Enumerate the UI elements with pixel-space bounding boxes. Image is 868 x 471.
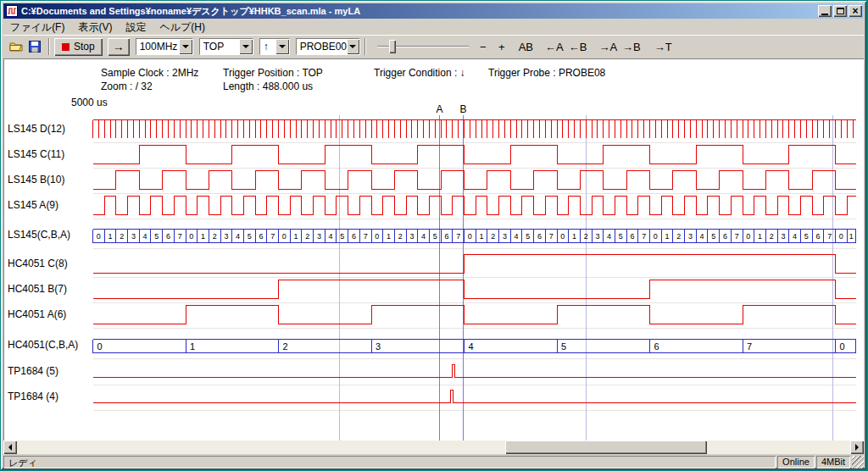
zoom-slider[interactable] bbox=[377, 38, 469, 55]
statusbar: レディ Online 4MBit bbox=[3, 456, 864, 468]
svg-text:0: 0 bbox=[654, 232, 658, 241]
svg-text:3: 3 bbox=[376, 341, 381, 352]
goto-b-left-button[interactable]: ←B bbox=[566, 38, 590, 55]
svg-text:0: 0 bbox=[560, 232, 565, 241]
svg-text:4: 4 bbox=[143, 232, 147, 241]
svg-text:4: 4 bbox=[236, 232, 240, 241]
app-icon bbox=[6, 5, 18, 17]
svg-text:4: 4 bbox=[515, 232, 519, 241]
svg-text:5: 5 bbox=[154, 232, 159, 241]
trigger-edge-select[interactable]: ↑ bbox=[259, 38, 290, 55]
svg-text:1: 1 bbox=[665, 232, 670, 241]
toolbar-separator bbox=[364, 38, 366, 55]
svg-text:3: 3 bbox=[503, 232, 507, 241]
menu-view[interactable]: 表示(V) bbox=[71, 19, 119, 36]
goto-b-right-button[interactable]: →B bbox=[620, 38, 643, 55]
maximize-icon bbox=[837, 8, 844, 14]
svg-text:0: 0 bbox=[375, 232, 379, 241]
svg-text:4: 4 bbox=[421, 232, 426, 241]
menubar: ファイル(F) 表示(V) 設定 ヘルプ(H) bbox=[3, 19, 864, 35]
chevron-down-icon[interactable] bbox=[275, 39, 289, 54]
zoom-out-button[interactable]: − bbox=[474, 38, 492, 55]
svg-text:7: 7 bbox=[747, 341, 752, 352]
svg-text:7: 7 bbox=[456, 232, 460, 241]
svg-text:6: 6 bbox=[537, 232, 542, 241]
toolbar-separator bbox=[48, 38, 50, 55]
svg-text:A: A bbox=[436, 103, 442, 115]
svg-text:3: 3 bbox=[131, 232, 136, 241]
probe-select[interactable]: PROBE00 bbox=[296, 38, 360, 55]
menu-file[interactable]: ファイル(F) bbox=[3, 19, 71, 36]
svg-text:5: 5 bbox=[340, 232, 344, 241]
svg-text:5: 5 bbox=[526, 232, 530, 241]
ab-button[interactable]: AB bbox=[516, 38, 536, 55]
svg-text:2: 2 bbox=[676, 232, 681, 241]
svg-text:6: 6 bbox=[166, 232, 170, 241]
horizontal-scrollbar[interactable] bbox=[3, 441, 864, 454]
svg-text:2: 2 bbox=[120, 232, 124, 241]
svg-text:6: 6 bbox=[630, 232, 634, 241]
chevron-down-icon[interactable] bbox=[239, 39, 253, 54]
svg-text:0: 0 bbox=[840, 341, 845, 352]
menu-help[interactable]: ヘルプ(H) bbox=[153, 19, 212, 36]
close-button[interactable]: × bbox=[849, 5, 862, 17]
open-folder-icon bbox=[9, 40, 23, 53]
svg-text:2: 2 bbox=[398, 232, 403, 241]
scrollbar-thumb[interactable] bbox=[505, 441, 707, 454]
scroll-left-button[interactable] bbox=[3, 441, 17, 454]
svg-text:6: 6 bbox=[444, 232, 448, 241]
svg-text:3: 3 bbox=[781, 232, 785, 241]
status-online: Online bbox=[777, 456, 815, 468]
save-button[interactable] bbox=[25, 37, 44, 56]
svg-text:3: 3 bbox=[317, 232, 321, 241]
titlebar[interactable]: C:¥Documents and Settings¥noname¥デスクトップ¥… bbox=[3, 3, 864, 19]
svg-text:3: 3 bbox=[595, 232, 599, 241]
maximize-button[interactable] bbox=[833, 5, 847, 17]
svg-text:1: 1 bbox=[294, 232, 298, 241]
svg-text:1: 1 bbox=[849, 232, 854, 241]
resize-grip[interactable] bbox=[852, 456, 864, 468]
app-window: C:¥Documents and Settings¥noname¥デスクトップ¥… bbox=[1, 1, 866, 469]
open-button[interactable] bbox=[7, 37, 25, 56]
menu-settings[interactable]: 設定 bbox=[119, 19, 153, 36]
minimize-button[interactable] bbox=[818, 5, 832, 17]
svg-text:1: 1 bbox=[190, 341, 195, 352]
waveform-plot[interactable]: AB01234567012345670123456701234567012345… bbox=[3, 58, 864, 441]
slider-thumb[interactable] bbox=[389, 40, 396, 53]
scroll-right-button[interactable] bbox=[850, 441, 864, 454]
svg-text:2: 2 bbox=[770, 232, 774, 241]
svg-text:1: 1 bbox=[387, 232, 391, 241]
svg-text:B: B bbox=[459, 103, 466, 115]
window-controls: × bbox=[818, 5, 862, 17]
goto-a-left-button[interactable]: ←A bbox=[542, 38, 566, 55]
svg-text:0: 0 bbox=[746, 232, 750, 241]
clock-select[interactable]: 100MHz bbox=[136, 38, 193, 55]
svg-text:0: 0 bbox=[282, 232, 287, 241]
toolbar: Stop → 100MHz TOP ↑ PROBE00 − + AB ←A ←B… bbox=[3, 35, 864, 58]
trigger-position-select[interactable]: TOP bbox=[199, 38, 253, 55]
desktop: { "window": { "title": "C:¥Documents and… bbox=[0, 0, 868, 471]
status-message: レディ bbox=[3, 456, 776, 468]
chevron-down-glyph bbox=[349, 45, 356, 48]
svg-text:1: 1 bbox=[572, 232, 576, 241]
minimize-icon bbox=[821, 14, 828, 15]
floppy-icon bbox=[28, 40, 42, 53]
chevron-down-glyph bbox=[279, 45, 286, 48]
chevron-down-icon[interactable] bbox=[179, 39, 192, 54]
stop-button[interactable]: Stop bbox=[54, 38, 103, 56]
waveform-client: Sample Clock : 2MHz Trigger Position : T… bbox=[3, 58, 864, 441]
goto-a-right-button[interactable]: →A bbox=[596, 38, 620, 55]
svg-text:4: 4 bbox=[469, 341, 474, 352]
svg-text:5: 5 bbox=[619, 232, 623, 241]
svg-text:4: 4 bbox=[607, 232, 611, 241]
chevron-down-icon[interactable] bbox=[347, 39, 359, 54]
svg-text:5: 5 bbox=[433, 232, 437, 241]
svg-text:0: 0 bbox=[839, 232, 843, 241]
svg-text:3: 3 bbox=[224, 232, 228, 241]
run-button[interactable]: → bbox=[108, 38, 130, 56]
goto-t-button[interactable]: →T bbox=[652, 38, 675, 55]
zoom-in-button[interactable]: + bbox=[492, 38, 511, 55]
chevron-down-glyph bbox=[182, 45, 189, 48]
svg-text:5: 5 bbox=[804, 232, 809, 241]
svg-text:3: 3 bbox=[688, 232, 693, 241]
